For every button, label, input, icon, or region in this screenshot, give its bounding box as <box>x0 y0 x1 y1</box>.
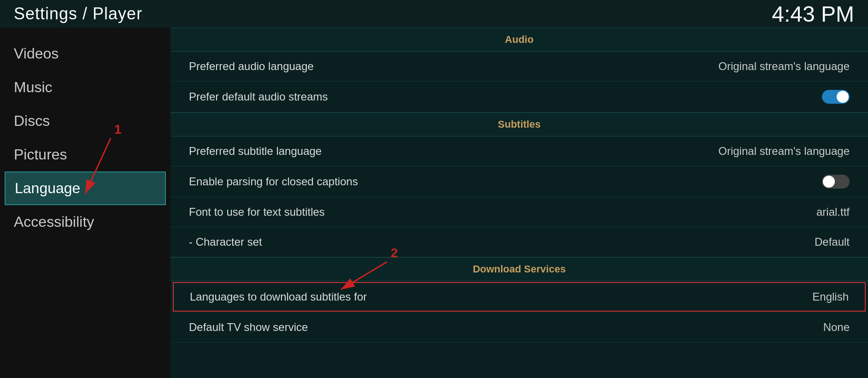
default-tv-show-service-value: None <box>823 321 850 334</box>
preferred-subtitle-language-row[interactable]: Preferred subtitle language Original str… <box>170 136 868 166</box>
main-layout: Videos Music Discs Pictures Language Acc… <box>0 28 868 378</box>
subtitles-section-header: Subtitles <box>170 112 868 136</box>
sidebar-item-music[interactable]: Music <box>0 71 170 104</box>
default-tv-show-service-label: Default TV show service <box>189 321 308 334</box>
prefer-default-audio-streams-label: Prefer default audio streams <box>189 90 328 103</box>
sidebar-item-accessibility[interactable]: Accessibility <box>0 205 170 239</box>
enable-parsing-closed-captions-label: Enable parsing for closed captions <box>189 175 358 188</box>
sidebar-item-discs[interactable]: Discs <box>0 104 170 138</box>
settings-content: Audio Preferred audio language Original … <box>170 28 868 378</box>
preferred-audio-language-row[interactable]: Preferred audio language Original stream… <box>170 52 868 82</box>
font-text-subtitles-row[interactable]: Font to use for text subtitles arial.ttf <box>170 197 868 227</box>
enable-parsing-closed-captions-toggle[interactable] <box>822 175 850 189</box>
page-title: Settings / Player <box>14 4 142 24</box>
languages-download-subtitles-row[interactable]: Languages to download subtitles for Engl… <box>173 282 866 312</box>
prefer-default-audio-streams-row[interactable]: Prefer default audio streams <box>170 82 868 112</box>
preferred-subtitle-language-label: Preferred subtitle language <box>189 145 322 158</box>
languages-download-subtitles-value: English <box>812 290 849 303</box>
font-text-subtitles-value: arial.ttf <box>816 206 850 219</box>
sidebar: Videos Music Discs Pictures Language Acc… <box>0 28 170 378</box>
sidebar-item-videos[interactable]: Videos <box>0 37 170 71</box>
default-tv-show-service-row[interactable]: Default TV show service None <box>170 313 868 343</box>
enable-parsing-closed-captions-row[interactable]: Enable parsing for closed captions <box>170 166 868 197</box>
character-set-label: - Character set <box>189 236 262 248</box>
preferred-subtitle-language-value: Original stream's language <box>718 145 850 158</box>
sidebar-item-pictures[interactable]: Pictures <box>0 138 170 171</box>
prefer-default-audio-toggle[interactable] <box>822 90 850 104</box>
preferred-audio-language-value: Original stream's language <box>718 60 850 73</box>
character-set-value: Default <box>815 236 850 248</box>
font-text-subtitles-label: Font to use for text subtitles <box>189 206 325 219</box>
character-set-row[interactable]: - Character set Default <box>170 227 868 257</box>
languages-download-subtitles-label: Languages to download subtitles for <box>190 290 367 303</box>
clock: 4:43 PM <box>772 1 854 27</box>
sidebar-item-language[interactable]: Language <box>5 171 166 205</box>
audio-section-header: Audio <box>170 28 868 52</box>
download-services-section-header: Download Services <box>170 257 868 281</box>
header: Settings / Player 4:43 PM <box>0 0 868 28</box>
preferred-audio-language-label: Preferred audio language <box>189 60 314 73</box>
